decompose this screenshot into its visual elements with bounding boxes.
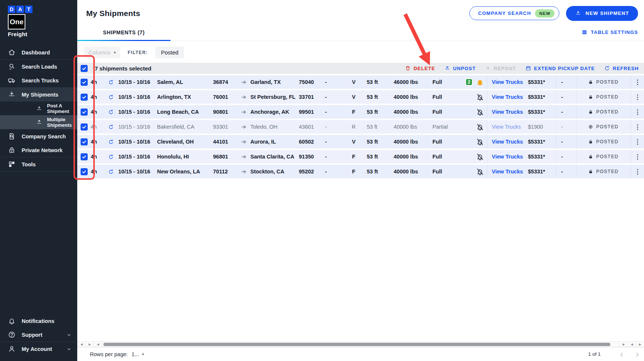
refresh-icon[interactable]	[103, 109, 118, 115]
kebab-menu-icon[interactable]: ⋮	[631, 135, 644, 148]
scroll-left-icon[interactable]: ◀	[628, 342, 636, 347]
length-cell: 53 ft	[367, 79, 394, 85]
view-trucks-link[interactable]: View Trucks	[487, 150, 527, 163]
scroll-left-icon[interactable]: ◀	[77, 342, 85, 347]
sidebar-item-support[interactable]: Support	[0, 328, 77, 342]
select-all-checkbox[interactable]	[81, 65, 88, 72]
length-cell: 53 ft	[367, 94, 394, 100]
scroll-right-icon[interactable]: ▶	[636, 342, 644, 347]
kebab-menu-icon[interactable]: ⋮	[631, 90, 644, 104]
view-trucks-link[interactable]: View Trucks	[487, 105, 527, 119]
table-row: 4h 10/15 - 10/16 New Orleans, LA 70112 S…	[77, 165, 644, 178]
view-trucks-link[interactable]: View Trucks	[487, 75, 527, 89]
next-page-button[interactable]: ›	[636, 350, 639, 359]
destination-city: Garland, TX	[250, 79, 299, 85]
rows-per-page-select[interactable]: 1... ▾	[132, 351, 144, 357]
bell-icon	[8, 317, 16, 325]
sidebar-item-dashboard[interactable]: Dashboard	[0, 45, 77, 59]
divider	[0, 171, 77, 172]
row-checkbox[interactable]	[81, 138, 88, 145]
table-footer: Rows per page: 1... ▾ 1 of 1 ‹ ›	[77, 347, 644, 361]
table-icon	[581, 29, 588, 35]
new-shipment-button[interactable]: NEW SHIPMENT	[566, 6, 638, 21]
arrow-right-icon	[237, 79, 250, 85]
calendar-icon	[525, 65, 531, 71]
bell-muted-icon[interactable]	[473, 153, 487, 161]
origin-city: Salem, AL	[157, 79, 213, 85]
refresh-icon[interactable]	[103, 154, 118, 160]
sidebar-bottom-nav: Notifications Support My Account	[0, 314, 77, 361]
refresh-button[interactable]: REFRESH	[604, 65, 639, 71]
scroll-left-icon[interactable]: ◀	[94, 342, 102, 347]
lock-icon	[588, 94, 593, 100]
kebab-menu-icon[interactable]: ⋮	[631, 120, 644, 134]
sidebar-item-search-trucks[interactable]: Search Trucks	[0, 73, 77, 87]
bell-muted-icon[interactable]	[473, 138, 487, 146]
view-trucks-link[interactable]: View Trucks	[487, 165, 527, 178]
row-checkbox[interactable]	[81, 123, 88, 131]
extend-pickup-date-button[interactable]: EXTEND PICKUP DATE	[525, 65, 595, 71]
sidebar-item-post-a-shipment[interactable]: Post A Shipment	[0, 101, 77, 115]
sidebar-item-label: My Shipments	[22, 92, 58, 98]
bell-muted-icon[interactable]	[473, 168, 487, 176]
equipment-cell: V	[341, 94, 367, 100]
sidebar-item-my-account[interactable]: My Account	[0, 342, 77, 356]
load-type-cell: Full	[432, 169, 462, 175]
sidebar-item-notifications[interactable]: Notifications	[0, 314, 77, 328]
age-cell: 4h	[91, 124, 103, 130]
sidebar-item-tools[interactable]: Tools	[0, 157, 77, 171]
sidebar-item-company-search[interactable]: Company Search	[0, 129, 77, 143]
unpost-button[interactable]: UNPOST	[444, 65, 476, 71]
row-checkbox[interactable]	[81, 153, 88, 160]
scrollbar-track[interactable]	[102, 342, 619, 347]
row-checkbox[interactable]	[81, 79, 88, 86]
sidebar-item-search-loads[interactable]: Search Loads	[0, 60, 77, 73]
scroll-right-icon[interactable]: ▶	[619, 342, 628, 347]
scroll-right-icon[interactable]: ▶	[85, 342, 94, 347]
length-cell: 53 ft	[367, 169, 394, 175]
refresh-icon[interactable]	[103, 139, 118, 145]
age-cell: 4h	[91, 94, 103, 100]
refresh-icon[interactable]	[103, 169, 118, 175]
filter-value-chip[interactable]: Posted	[155, 47, 184, 58]
delete-button[interactable]: DELETE	[405, 65, 435, 71]
bell-muted-icon[interactable]	[473, 123, 487, 131]
weight-cell: 40000 lbs	[394, 124, 432, 130]
destination-city: Stockton, CA	[250, 169, 299, 175]
sidebar-item-label: Search Loads	[22, 64, 57, 70]
table-row: 4h 10/15 - 10/16 Salem, AL 36874 Garland…	[77, 75, 644, 89]
page-title: My Shipments	[86, 9, 140, 18]
kebab-menu-icon[interactable]: ⋮	[631, 105, 644, 119]
repost-icon	[485, 65, 491, 71]
status-badge: POSTED	[596, 169, 619, 174]
view-trucks-link[interactable]: View Trucks	[487, 90, 527, 104]
tab-shipments[interactable]: SHIPMENTS (7)	[77, 29, 171, 41]
sidebar-item-label: Dashboard	[22, 50, 50, 56]
kebab-menu-icon[interactable]: ⋮	[631, 150, 644, 163]
row-checkbox[interactable]	[81, 109, 88, 116]
refresh-icon[interactable]	[103, 94, 118, 100]
previous-page-button[interactable]: ‹	[620, 350, 623, 359]
scrollbar-thumb[interactable]	[103, 343, 610, 346]
view-trucks-link[interactable]: View Trucks	[487, 120, 527, 134]
kebab-menu-icon[interactable]: ⋮	[631, 75, 644, 89]
refresh-icon[interactable]	[103, 124, 118, 130]
view-trucks-link[interactable]: View Trucks	[487, 135, 527, 148]
bell-muted-icon[interactable]	[473, 108, 487, 116]
sidebar-item-my-shipments[interactable]: My Shipments	[0, 88, 77, 101]
table-settings-button[interactable]: TABLE SETTINGS	[581, 29, 638, 41]
sidebar-item-multiple-shipments[interactable]: Multiple Shipments	[0, 115, 77, 129]
bell-muted-icon[interactable]	[473, 93, 487, 101]
age-cell: 4h	[91, 109, 103, 115]
equipment-cell: F	[341, 154, 367, 160]
dash-cell: -	[556, 90, 576, 104]
row-checkbox[interactable]	[81, 94, 88, 101]
kebab-menu-icon[interactable]: ⋮	[631, 165, 644, 178]
freight-label: Freight	[8, 31, 77, 37]
bell-active-icon[interactable]	[473, 78, 487, 86]
company-search-button[interactable]: COMPANY SEARCH NEW	[469, 6, 559, 20]
columns-button[interactable]: Columns ▾	[84, 47, 120, 58]
sidebar-item-private-network[interactable]: Private Network	[0, 143, 77, 157]
row-checkbox[interactable]	[81, 168, 88, 175]
refresh-icon[interactable]	[103, 79, 118, 85]
